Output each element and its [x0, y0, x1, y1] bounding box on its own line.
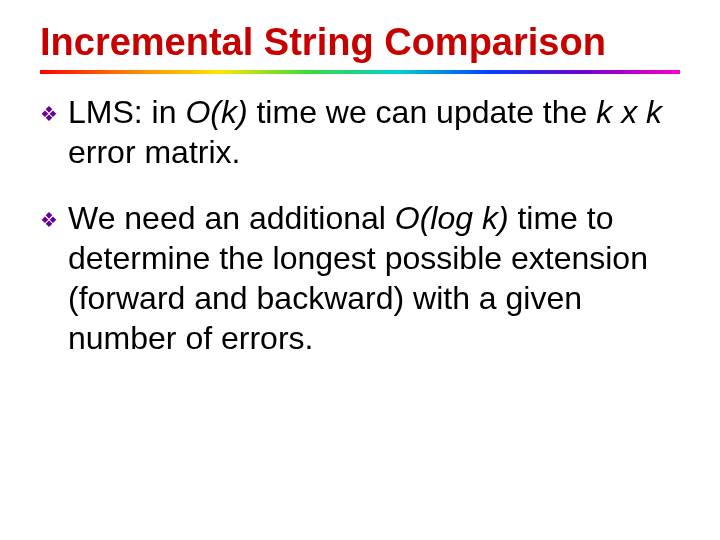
diamond-bullet-icon: ❖: [40, 102, 58, 127]
list-item-text: We need an additional O(log k) time to d…: [68, 198, 680, 358]
page-title: Incremental String Comparison: [40, 22, 680, 64]
slide-body: ❖ LMS: in O(k) time we can update the k …: [40, 92, 680, 358]
rainbow-divider: [40, 70, 680, 74]
diamond-bullet-icon: ❖: [40, 208, 58, 233]
list-item-text: LMS: in O(k) time we can update the k x …: [68, 92, 680, 172]
list-item: ❖ LMS: in O(k) time we can update the k …: [40, 92, 680, 172]
slide: Incremental String Comparison ❖ LMS: in …: [0, 0, 720, 540]
list-item: ❖ We need an additional O(log k) time to…: [40, 198, 680, 358]
